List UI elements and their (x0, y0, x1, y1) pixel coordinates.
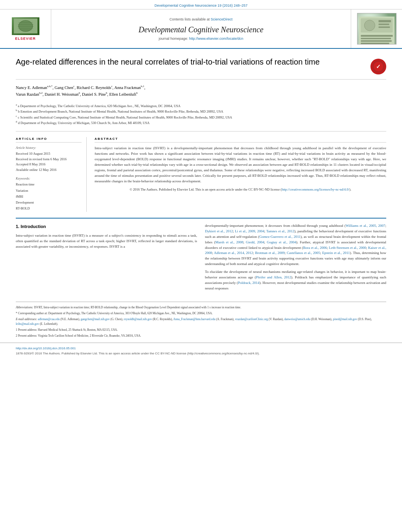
homepage-link[interactable]: http://www.elsevier.com/locate/dcn (189, 37, 244, 41)
article-title: Age-related differences in the neural co… (16, 57, 365, 67)
author-weissman: Daniel H. Weissman (45, 92, 78, 96)
svg-rect-13 (361, 35, 393, 37)
abstract-text: Intra-subject variation in reaction time… (95, 146, 386, 192)
author-leibenluft: Ellen Leibenluft (109, 92, 136, 96)
header-top: Developmental Cognitive Neuroscience 19 … (0, 0, 402, 9)
abbreviations-note: Abbreviations: ISVRT, Intra-subject vari… (16, 305, 386, 310)
intro-section-title: 1. Introduction (16, 223, 197, 230)
keyword-1: Reaction time (16, 182, 82, 187)
gomez-link[interactable]: Gomez-Guerrero et al., 2011 (259, 235, 301, 239)
marsh-link[interactable]: Marsh et al., 2008 (215, 240, 243, 244)
brotman-link[interactable]: Brotman et al., 2009 (255, 251, 285, 255)
journal-doi-text: Developmental Cognitive Neuroscience 19 … (154, 4, 248, 7)
svg-text:✓: ✓ (376, 63, 381, 70)
revised-date: Received in revised form 6 May 2016 (16, 157, 82, 162)
author-chen: Gang Chen (54, 85, 73, 90)
article-info-title: ARTICLE INFO (16, 137, 82, 143)
bora-link[interactable]: Bora et al., 2006 (303, 246, 327, 250)
epstein-link[interactable]: Epstein et al., 2011 (322, 251, 350, 255)
gogtay-link[interactable]: Gogtay et al., 2004 (267, 240, 296, 244)
keyword-2: Variation (16, 188, 82, 194)
history-label: Article history: (16, 146, 82, 150)
pine-email[interactable]: pined@mail.nih.gov (333, 317, 357, 321)
footer-doi-link[interactable]: http://dx.doi.org/10.1016/j.dcn.2016.05.… (16, 347, 76, 350)
contents-text: Contents lists available at ScienceDirec… (59, 17, 343, 21)
li-link[interactable]: Li et al., 2009, 2004 (235, 229, 264, 233)
journal-homepage: journal homepage: http://www.elsevier.co… (59, 37, 343, 41)
abstract-license: © 2016 The Authors. Published by Elsevie… (95, 187, 386, 192)
authors-section: Nancy E. Adlemana,b,*, Gang Chenc, Richa… (16, 84, 386, 98)
leth-link[interactable]: Leth-Steensen et al., 2000 (329, 246, 366, 250)
info-abstract-columns: ARTICLE INFO Article history: Received 1… (16, 137, 386, 212)
article-title-section: Age-related differences in the neural co… (16, 57, 386, 80)
abstract-title: ABSTRACT (95, 137, 386, 143)
svg-rect-11 (378, 24, 389, 25)
keyword-4: Development (16, 200, 82, 206)
svg-rect-10 (378, 20, 391, 22)
article-content: Age-related differences in the neural co… (0, 49, 402, 302)
author-pine: Daniel S. Pine (82, 92, 106, 96)
page-container: Developmental Cognitive Neuroscience 19 … (0, 0, 402, 360)
footnote-2: 2 Present address: Virginia Tech Carilio… (16, 334, 386, 338)
journal-thumbnail (357, 13, 396, 44)
williams-link[interactable]: Williams et al., 2005, 2007 (346, 224, 385, 228)
vrazdan-email[interactable]: vrazdan@carilionClinic.org (235, 317, 268, 321)
pfeifer-link[interactable]: Pfeifer and Allen, 2012 (256, 275, 291, 279)
elsevier-label: ELSEVIER (15, 37, 36, 41)
giedd-link[interactable]: Giedd, 2004 (246, 240, 264, 244)
dykiert-link[interactable]: Dykiert et al., 2012 (205, 229, 233, 233)
gangchen-email[interactable]: gangchen@mail.nih.gov (81, 317, 110, 321)
sciencedirect-link[interactable]: ScienceDirect (211, 17, 233, 21)
svg-rect-15 (361, 40, 391, 42)
author-reynolds: Richard C. Reynolds (76, 85, 111, 90)
reynolds-email[interactable]: reynoldh@mail.nih.gov (124, 317, 152, 321)
header-main: ELSEVIER Contents lists available at Sci… (0, 9, 402, 49)
affiliation-c: c c Scientific and Statistical Computing… (16, 114, 386, 120)
article-info-column: ARTICLE INFO Article history: Received 1… (16, 137, 87, 212)
affiliation-d: d d Department of Psychology, University… (16, 120, 386, 126)
authors-line: Nancy E. Adlemana,b,*, Gang Chenc, Richa… (16, 84, 386, 98)
author-adleman: Nancy E. Adleman (16, 85, 47, 90)
poldrack-link[interactable]: Poldrack, 2014 (238, 281, 260, 285)
intro-right-col: developmentally-important phenomenon; it… (205, 223, 386, 294)
tamnes-link[interactable]: Tamnes et al., 2012 (266, 229, 294, 233)
castellanos-link[interactable]: Castellanos et al., 2005 (287, 251, 320, 255)
received-date: Received 10 August 2015 (16, 151, 82, 157)
header-left: ELSEVIER (0, 9, 51, 48)
frackman-email[interactable]: Anna_Frackman@hms.harvard.edu (173, 317, 216, 321)
author-razdan: Varun Razdan (16, 92, 39, 96)
introduction-section: 1. Introduction Intra-subject variation … (16, 218, 386, 294)
svg-point-9 (364, 20, 375, 31)
corresponding-note: * Corresponding author at: Department of… (16, 311, 386, 316)
svg-rect-12 (378, 26, 390, 28)
intro-right-text: developmentally-important phenomenon; it… (205, 223, 386, 267)
keywords-section: Keywords: Reaction time Variation fMRI D… (16, 176, 82, 211)
intro-left-col: 1. Introduction Intra-subject variation … (16, 223, 197, 294)
svg-rect-16 (361, 43, 389, 44)
leibs-email[interactable]: leibs@mail.nih.gov (16, 322, 39, 326)
adleman-email[interactable]: adleman@cua.edu (38, 317, 60, 321)
adleman-link[interactable]: Adleman et al., 2014, 2012 (214, 251, 253, 255)
keywords-label: Keywords: (16, 176, 82, 180)
danweiss-email[interactable]: danweiss@umich.edu (284, 317, 310, 321)
affiliation-b: b b Emotion and Development Branch, Nati… (16, 108, 386, 114)
abstract-column: ABSTRACT Intra-subject variation in reac… (95, 137, 386, 212)
author-frackman: Anna Frackman (114, 85, 141, 90)
header-center: Contents lists available at ScienceDirec… (51, 9, 351, 48)
keyword-3: fMRI (16, 194, 82, 200)
email-addresses: E-mail addresses: adleman@cua.edu (N.E. … (16, 317, 386, 326)
elsevier-image (12, 17, 39, 35)
available-date: Available online 12 May 2016 (16, 167, 82, 173)
keyword-5: RT-BOLD (16, 206, 82, 211)
accepted-date: Accepted 8 May 2016 (16, 162, 82, 167)
footnote-1: 1 Present address: Harvard Medical Schoo… (16, 328, 386, 332)
elsevier-logo: ELSEVIER (12, 17, 39, 41)
license-link[interactable]: http://creativecommons.org/licenses/by-n… (282, 187, 349, 191)
page-footer: http://dx.doi.org/10.1016/j.dcn.2016.05.… (0, 343, 402, 360)
journal-title-header: Developmental Cognitive Neuroscience (59, 25, 343, 34)
affiliations-section: a a Department of Psychology, The Cathol… (16, 103, 386, 132)
intro-left-text: Intra-subject variation in reaction time… (16, 233, 197, 250)
header-right (351, 9, 402, 48)
footer-issn: 1878-9293/© 2016 The Authors. Published … (16, 352, 260, 355)
affiliation-a: a a Department of Psychology, The Cathol… (16, 103, 386, 109)
